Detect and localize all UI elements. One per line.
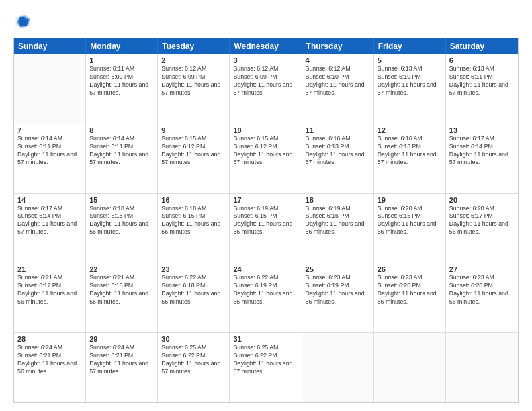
day-number: 21 (17, 265, 82, 273)
weekday-header-friday: Friday (374, 38, 446, 54)
day-cell-22: 22Sunrise: 6:21 AM Sunset: 6:18 PM Dayli… (86, 263, 158, 332)
cell-info: Sunrise: 6:12 AM Sunset: 6:10 PM Dayligh… (306, 65, 370, 97)
cell-info: Sunrise: 6:22 AM Sunset: 6:18 PM Dayligh… (161, 274, 226, 306)
cell-info: Sunrise: 6:13 AM Sunset: 6:11 PM Dayligh… (449, 65, 515, 97)
cell-info: Sunrise: 6:12 AM Sunset: 6:09 PM Dayligh… (161, 65, 226, 97)
day-number: 31 (233, 335, 298, 343)
day-cell-15: 15Sunrise: 6:18 AM Sunset: 6:15 PM Dayli… (86, 194, 158, 263)
day-number: 30 (161, 335, 226, 343)
calendar: SundayMondayTuesdayWednesdayThursdayFrid… (13, 38, 519, 403)
day-number: 22 (89, 265, 154, 273)
day-cell-8: 8Sunrise: 6:14 AM Sunset: 6:11 PM Daylig… (86, 124, 158, 193)
day-cell-24: 24Sunrise: 6:22 AM Sunset: 6:19 PM Dayli… (230, 263, 302, 332)
day-cell-6: 6Sunrise: 6:13 AM Sunset: 6:11 PM Daylig… (446, 54, 518, 124)
day-cell-5: 5Sunrise: 6:13 AM Sunset: 6:10 PM Daylig… (374, 54, 446, 124)
day-number: 25 (306, 265, 370, 273)
cell-info: Sunrise: 6:20 AM Sunset: 6:17 PM Dayligh… (449, 205, 515, 237)
cell-info: Sunrise: 6:19 AM Sunset: 6:16 PM Dayligh… (306, 205, 370, 237)
day-number: 4 (306, 56, 370, 64)
weekday-header-tuesday: Tuesday (158, 38, 230, 54)
day-number: 11 (306, 126, 370, 134)
day-number: 29 (89, 335, 154, 343)
calendar-row-5: 28Sunrise: 6:24 AM Sunset: 6:21 PM Dayli… (14, 333, 518, 402)
day-cell-30: 30Sunrise: 6:25 AM Sunset: 6:22 PM Dayli… (158, 333, 230, 402)
day-cell-12: 12Sunrise: 6:16 AM Sunset: 6:13 PM Dayli… (374, 124, 446, 193)
calendar-header: SundayMondayTuesdayWednesdayThursdayFrid… (14, 38, 518, 54)
cell-info: Sunrise: 6:25 AM Sunset: 6:22 PM Dayligh… (233, 344, 298, 376)
day-number: 18 (306, 196, 370, 204)
day-cell-11: 11Sunrise: 6:16 AM Sunset: 6:13 PM Dayli… (302, 124, 374, 193)
day-number: 15 (89, 196, 154, 204)
logo (13, 12, 35, 31)
empty-cell-4-5 (374, 333, 446, 402)
cell-info: Sunrise: 6:19 AM Sunset: 6:15 PM Dayligh… (233, 205, 298, 237)
day-number: 3 (233, 56, 298, 64)
weekday-header-thursday: Thursday (302, 38, 374, 54)
cell-info: Sunrise: 6:23 AM Sunset: 6:19 PM Dayligh… (306, 274, 370, 306)
calendar-row-4: 21Sunrise: 6:21 AM Sunset: 6:17 PM Dayli… (14, 263, 518, 333)
cell-info: Sunrise: 6:21 AM Sunset: 6:17 PM Dayligh… (17, 274, 82, 306)
empty-cell-4-4 (302, 333, 374, 402)
day-cell-19: 19Sunrise: 6:20 AM Sunset: 6:16 PM Dayli… (374, 194, 446, 263)
day-cell-3: 3Sunrise: 6:12 AM Sunset: 6:09 PM Daylig… (230, 54, 302, 124)
cell-info: Sunrise: 6:20 AM Sunset: 6:16 PM Dayligh… (378, 205, 442, 237)
day-cell-2: 2Sunrise: 6:12 AM Sunset: 6:09 PM Daylig… (158, 54, 230, 124)
cell-info: Sunrise: 6:18 AM Sunset: 6:15 PM Dayligh… (161, 205, 226, 237)
cell-info: Sunrise: 6:24 AM Sunset: 6:21 PM Dayligh… (89, 344, 154, 376)
day-number: 13 (449, 126, 515, 134)
day-number: 7 (17, 126, 82, 134)
day-cell-7: 7Sunrise: 6:14 AM Sunset: 6:11 PM Daylig… (14, 124, 86, 193)
cell-info: Sunrise: 6:22 AM Sunset: 6:19 PM Dayligh… (233, 274, 298, 306)
cell-info: Sunrise: 6:23 AM Sunset: 6:20 PM Dayligh… (449, 274, 515, 306)
header (13, 12, 519, 31)
day-number: 5 (378, 56, 442, 64)
cell-info: Sunrise: 6:14 AM Sunset: 6:11 PM Dayligh… (89, 135, 154, 167)
day-number: 8 (89, 126, 154, 134)
day-cell-25: 25Sunrise: 6:23 AM Sunset: 6:19 PM Dayli… (302, 263, 374, 332)
cell-info: Sunrise: 6:25 AM Sunset: 6:22 PM Dayligh… (161, 344, 226, 376)
day-number: 16 (161, 196, 226, 204)
cell-info: Sunrise: 6:17 AM Sunset: 6:14 PM Dayligh… (17, 205, 82, 237)
day-number: 12 (378, 126, 442, 134)
day-cell-29: 29Sunrise: 6:24 AM Sunset: 6:21 PM Dayli… (86, 333, 158, 402)
cell-info: Sunrise: 6:12 AM Sunset: 6:09 PM Dayligh… (233, 65, 298, 97)
page: SundayMondayTuesdayWednesdayThursdayFrid… (0, 0, 532, 411)
cell-info: Sunrise: 6:21 AM Sunset: 6:18 PM Dayligh… (89, 274, 154, 306)
day-cell-16: 16Sunrise: 6:18 AM Sunset: 6:15 PM Dayli… (158, 194, 230, 263)
day-number: 19 (378, 196, 442, 204)
calendar-body: 1Sunrise: 6:11 AM Sunset: 6:09 PM Daylig… (14, 54, 518, 402)
day-number: 14 (17, 196, 82, 204)
day-number: 9 (161, 126, 226, 134)
day-cell-20: 20Sunrise: 6:20 AM Sunset: 6:17 PM Dayli… (446, 194, 518, 263)
day-cell-1: 1Sunrise: 6:11 AM Sunset: 6:09 PM Daylig… (86, 54, 158, 124)
day-cell-27: 27Sunrise: 6:23 AM Sunset: 6:20 PM Dayli… (446, 263, 518, 332)
day-cell-9: 9Sunrise: 6:15 AM Sunset: 6:12 PM Daylig… (158, 124, 230, 193)
weekday-header-wednesday: Wednesday (230, 38, 302, 54)
empty-cell-4-6 (446, 333, 518, 402)
cell-info: Sunrise: 6:18 AM Sunset: 6:15 PM Dayligh… (89, 205, 154, 237)
cell-info: Sunrise: 6:23 AM Sunset: 6:20 PM Dayligh… (378, 274, 442, 306)
cell-info: Sunrise: 6:16 AM Sunset: 6:13 PM Dayligh… (378, 135, 442, 167)
day-number: 27 (449, 265, 515, 273)
cell-info: Sunrise: 6:24 AM Sunset: 6:21 PM Dayligh… (17, 344, 82, 376)
day-cell-23: 23Sunrise: 6:22 AM Sunset: 6:18 PM Dayli… (158, 263, 230, 332)
day-cell-17: 17Sunrise: 6:19 AM Sunset: 6:15 PM Dayli… (230, 194, 302, 263)
day-number: 20 (449, 196, 515, 204)
day-cell-21: 21Sunrise: 6:21 AM Sunset: 6:17 PM Dayli… (14, 263, 86, 332)
calendar-row-1: 1Sunrise: 6:11 AM Sunset: 6:09 PM Daylig… (14, 54, 518, 124)
calendar-row-2: 7Sunrise: 6:14 AM Sunset: 6:11 PM Daylig… (14, 124, 518, 194)
cell-info: Sunrise: 6:15 AM Sunset: 6:12 PM Dayligh… (161, 135, 226, 167)
day-cell-28: 28Sunrise: 6:24 AM Sunset: 6:21 PM Dayli… (14, 333, 86, 402)
day-number: 6 (449, 56, 515, 64)
day-number: 2 (161, 56, 226, 64)
day-cell-10: 10Sunrise: 6:15 AM Sunset: 6:12 PM Dayli… (230, 124, 302, 193)
day-cell-4: 4Sunrise: 6:12 AM Sunset: 6:10 PM Daylig… (302, 54, 374, 124)
day-number: 24 (233, 265, 298, 273)
logo-icon (13, 12, 32, 31)
day-number: 23 (161, 265, 226, 273)
day-number: 1 (89, 56, 154, 64)
weekday-header-saturday: Saturday (446, 38, 518, 54)
day-number: 26 (378, 265, 442, 273)
cell-info: Sunrise: 6:14 AM Sunset: 6:11 PM Dayligh… (17, 135, 82, 167)
empty-cell-0-0 (14, 54, 86, 124)
